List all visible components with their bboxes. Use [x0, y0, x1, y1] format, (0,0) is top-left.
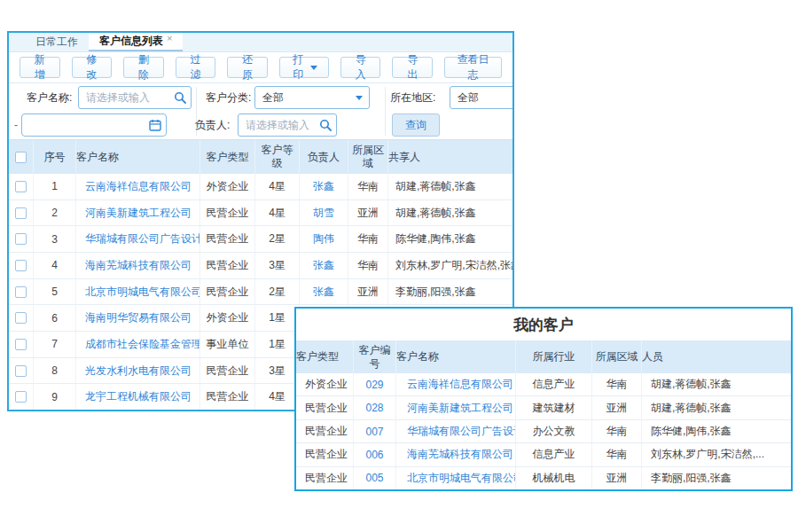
row-checkbox[interactable] — [15, 339, 27, 350]
cell-customer-type: 民营企业 — [296, 396, 354, 419]
cell-level: 2星 — [255, 279, 300, 305]
tab-label: 客户信息列表 — [99, 34, 163, 49]
select-all-cell — [9, 140, 34, 174]
query-button[interactable]: 查询 — [392, 113, 440, 137]
table-row[interactable]: 1 云南海祥信息有限公司 外资企业 4星 张鑫 华南 胡建,蒋德帧,张鑫 — [9, 174, 512, 200]
cell-customer-name[interactable]: 海南芜城科技有限公司 — [396, 443, 516, 466]
cell-region: 华南 — [348, 253, 388, 278]
cell-owner[interactable]: 张鑫 — [300, 174, 348, 200]
cell-customer-type: 民营企业 — [200, 358, 255, 384]
cell-customer-name[interactable]: 华瑞城有限公司广告设计部 — [396, 420, 516, 442]
list-item[interactable]: 民营企业 006 海南芜城科技有限公司 信息产业 华南 刘东林,罗广明,宋洁然,… — [296, 443, 791, 466]
row-checkbox[interactable] — [15, 365, 27, 377]
cell-customer-name[interactable]: 北京市明城电气有限公司 — [396, 467, 516, 489]
row-checkbox[interactable] — [15, 312, 27, 324]
cell-customer-type: 事业单位 — [200, 332, 255, 357]
list-item[interactable]: 民营企业 007 华瑞城有限公司广告设计部 办公文教 华南 陈华健,陶伟,张鑫 — [296, 420, 791, 443]
col-shared: 共享人 — [388, 140, 512, 174]
cell-customer-name[interactable]: 云南海祥信息有限公司 — [396, 373, 516, 395]
cell-customer-code[interactable]: 028 — [354, 396, 396, 419]
tab-daily-work[interactable]: 日常工作 — [25, 33, 89, 51]
cell-customer-name[interactable]: 海南芜城科技有限公司 — [76, 253, 200, 278]
row-checkbox[interactable] — [15, 233, 27, 245]
cell-shared: 刘东林,罗广明,宋洁然,张鑫 — [388, 253, 512, 278]
cell-customer-code[interactable]: 006 — [354, 443, 396, 466]
cell-customer-name[interactable]: 成都市社会保险基金管理... — [76, 332, 200, 357]
col-customer-name: 客户名称 — [396, 340, 516, 373]
cell-region: 亚洲 — [348, 279, 388, 305]
cell-level: 2星 — [255, 226, 300, 252]
calendar-icon[interactable] — [149, 119, 161, 131]
cell-customer-code[interactable]: 005 — [354, 467, 396, 489]
list-item[interactable]: 民营企业 005 北京市明城电气有限公司 机械机电 亚洲 李勤丽,阳强,张鑫 — [296, 467, 791, 489]
search-icon[interactable] — [174, 91, 186, 104]
cell-customer-code[interactable]: 007 — [354, 420, 396, 442]
table-row[interactable]: 5 北京市明城电气有限公司 民营企业 2星 张鑫 亚洲 李勤丽,阳强,张鑫 — [9, 279, 512, 306]
view-log-button[interactable]: 查看日志 — [444, 57, 502, 78]
col-no: 序号 — [34, 140, 76, 174]
export-button[interactable]: 导出 — [392, 57, 433, 78]
table-row[interactable]: 4 海南芜城科技有限公司 民营企业 3星 张鑫 华南 刘东林,罗广明,宋洁然,张… — [9, 253, 512, 279]
row-checkbox[interactable] — [15, 286, 27, 298]
cell-customer-type: 民营企业 — [200, 279, 255, 305]
date-field — [21, 113, 167, 137]
col-industry: 所属行业 — [516, 340, 592, 373]
cell-customer-code[interactable]: 029 — [354, 373, 396, 395]
row-checkbox[interactable] — [15, 207, 27, 219]
tab-customer-list[interactable]: 客户信息列表 × — [89, 33, 183, 51]
row-checkbox[interactable] — [15, 181, 27, 192]
cell-customer-name[interactable]: 海南明华贸易有限公司 — [76, 305, 200, 331]
cell-customer-name[interactable]: 龙宇工程机械有限公司 — [76, 384, 200, 410]
region-select[interactable]: 全部 — [450, 86, 514, 109]
cell-region: 亚洲 — [348, 200, 388, 226]
cell-shared: 胡建,蒋德帧,张鑫 — [388, 174, 512, 200]
cell-customer-name[interactable]: 河南美新建筑工程公司 — [76, 200, 200, 226]
table-row[interactable]: 2 河南美新建筑工程公司 民营企业 4星 胡雪 亚洲 胡建,蒋德帧,张鑫 — [9, 200, 512, 227]
filter-button[interactable]: 过滤 — [176, 57, 216, 78]
select-all-checkbox[interactable] — [15, 152, 27, 163]
cell-level: 1星 — [255, 305, 300, 331]
cell-owner[interactable]: 张鑫 — [300, 253, 348, 278]
cell-customer-name[interactable]: 北京市明城电气有限公司 — [76, 279, 200, 305]
print-button[interactable]: 打印 — [279, 57, 329, 78]
cell-no: 5 — [34, 279, 76, 305]
list-item[interactable]: 民营企业 028 河南美新建筑工程公司 建筑建材 亚洲 胡建,蒋德帧,张鑫 — [296, 396, 791, 419]
cell-customer-name[interactable]: 云南海祥信息有限公司 — [76, 174, 200, 200]
cell-customer-name[interactable]: 光发水利水电有限公司 — [76, 358, 200, 384]
toolbar: 新增 修改 删除 过滤 还原 打印 导入 导出 查看日志 — [9, 52, 512, 83]
new-button[interactable]: 新增 — [20, 57, 60, 78]
cell-owner[interactable]: 张鑫 — [300, 279, 348, 305]
restore-button[interactable]: 还原 — [227, 57, 268, 78]
import-button[interactable]: 导入 — [340, 57, 381, 78]
cell-owner[interactable]: 陶伟 — [300, 226, 348, 252]
list-item[interactable]: 外资企业 029 云南海祥信息有限公司 信息产业 华南 胡建,蒋德帧,张鑫 — [296, 373, 791, 396]
cell-level: 3星 — [255, 253, 300, 278]
owner-label: 负责人: — [195, 113, 230, 137]
row-checkbox[interactable] — [15, 391, 27, 403]
cell-no: 1 — [34, 174, 76, 200]
table-header: 序号 客户名称 客户类型 客户等级 负责人 所属区域 共享人 — [9, 140, 512, 174]
cell-industry: 办公文教 — [516, 420, 592, 442]
col-owner: 负责人 — [300, 140, 348, 174]
col-customer-type: 客户类型 — [200, 140, 255, 174]
close-icon[interactable]: × — [167, 33, 172, 43]
category-select[interactable]: 全部 — [254, 86, 370, 109]
table-row[interactable]: 3 华瑞城有限公司广告设计部 民营企业 2星 陶伟 华南 陈华健,陶伟,张鑫 — [9, 226, 512, 253]
cell-customer-name[interactable]: 河南美新建筑工程公司 — [396, 396, 516, 419]
cell-level: 4星 — [255, 200, 300, 226]
edit-button[interactable]: 修改 — [72, 57, 113, 78]
delete-button[interactable]: 删除 — [123, 57, 164, 78]
customer-name-field — [78, 86, 192, 109]
my-customers-body: 外资企业 029 云南海祥信息有限公司 信息产业 华南 胡建,蒋德帧,张鑫 民营… — [296, 373, 791, 489]
cell-customer-type: 外资企业 — [296, 373, 354, 395]
cell-customer-name[interactable]: 华瑞城有限公司广告设计部 — [76, 226, 200, 252]
row-checkbox[interactable] — [15, 260, 27, 271]
caret-down-icon — [310, 66, 317, 70]
cell-owner[interactable]: 胡雪 — [300, 200, 348, 226]
date-input[interactable] — [21, 113, 167, 137]
search-icon[interactable] — [319, 119, 332, 131]
cell-level: 1星 — [255, 332, 300, 357]
cell-region: 亚洲 — [592, 396, 642, 419]
cell-industry: 机械机电 — [516, 467, 592, 489]
customer-name-label: 客户名称: — [27, 86, 72, 109]
